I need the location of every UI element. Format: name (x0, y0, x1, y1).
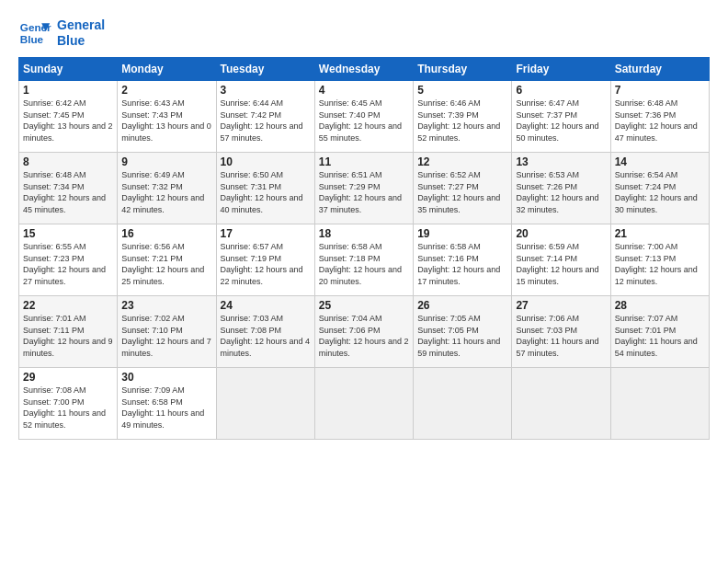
calendar-cell: 24 Sunrise: 7:03 AM Sunset: 7:08 PM Dayl… (216, 296, 314, 368)
day-number: 27 (516, 299, 606, 312)
logo-general: General (57, 17, 105, 32)
cell-info: Sunrise: 6:53 AM Sunset: 7:26 PM Dayligh… (516, 169, 606, 215)
day-number: 21 (615, 227, 705, 240)
calendar-cell: 9 Sunrise: 6:49 AM Sunset: 7:32 PM Dayli… (118, 153, 216, 224)
calendar-week-row: 1 Sunrise: 6:42 AM Sunset: 7:45 PM Dayli… (19, 81, 710, 153)
calendar-cell: 26 Sunrise: 7:05 AM Sunset: 7:05 PM Dayl… (414, 296, 512, 368)
day-number: 25 (319, 299, 409, 312)
calendar-cell: 20 Sunrise: 6:59 AM Sunset: 7:14 PM Dayl… (512, 224, 610, 296)
cell-info: Sunrise: 6:58 AM Sunset: 7:16 PM Dayligh… (417, 241, 507, 287)
cell-info: Sunrise: 6:50 AM Sunset: 7:31 PM Dayligh… (221, 169, 311, 215)
day-number: 2 (121, 84, 211, 97)
cell-info: Sunrise: 6:43 AM Sunset: 7:43 PM Dayligh… (121, 98, 211, 144)
calendar-cell: 6 Sunrise: 6:47 AM Sunset: 7:37 PM Dayli… (512, 81, 610, 153)
day-number: 23 (121, 299, 211, 312)
calendar-cell (216, 368, 314, 440)
cell-info: Sunrise: 6:59 AM Sunset: 7:14 PM Dayligh… (516, 241, 606, 287)
day-number: 14 (615, 155, 705, 168)
calendar-cell (414, 368, 512, 440)
cell-info: Sunrise: 6:56 AM Sunset: 7:21 PM Dayligh… (121, 241, 211, 287)
day-number: 17 (221, 227, 311, 240)
cell-info: Sunrise: 7:04 AM Sunset: 7:06 PM Dayligh… (319, 313, 409, 359)
calendar-header-row: SundayMondayTuesdayWednesdayThursdayFrid… (19, 58, 710, 81)
day-number: 26 (417, 299, 507, 312)
logo: General Blue General Blue (18, 17, 105, 50)
weekday-header: Friday (512, 58, 610, 81)
calendar-cell: 17 Sunrise: 6:57 AM Sunset: 7:19 PM Dayl… (216, 224, 314, 296)
weekday-header: Tuesday (216, 58, 314, 81)
day-number: 3 (221, 84, 311, 97)
cell-info: Sunrise: 7:08 AM Sunset: 7:00 PM Dayligh… (23, 385, 113, 431)
day-number: 24 (221, 299, 311, 312)
calendar-week-row: 8 Sunrise: 6:48 AM Sunset: 7:34 PM Dayli… (19, 153, 710, 224)
calendar: SundayMondayTuesdayWednesdayThursdayFrid… (18, 57, 710, 440)
day-number: 29 (23, 371, 113, 384)
calendar-cell (314, 368, 413, 440)
day-number: 18 (319, 227, 409, 240)
cell-info: Sunrise: 6:47 AM Sunset: 7:37 PM Dayligh… (516, 98, 606, 144)
cell-info: Sunrise: 6:58 AM Sunset: 7:18 PM Dayligh… (319, 241, 409, 287)
cell-info: Sunrise: 7:06 AM Sunset: 7:03 PM Dayligh… (516, 313, 606, 359)
calendar-cell: 25 Sunrise: 7:04 AM Sunset: 7:06 PM Dayl… (314, 296, 413, 368)
calendar-cell: 23 Sunrise: 7:02 AM Sunset: 7:10 PM Dayl… (118, 296, 216, 368)
day-number: 4 (319, 84, 409, 97)
calendar-cell: 30 Sunrise: 7:09 AM Sunset: 6:58 PM Dayl… (118, 368, 216, 440)
day-number: 7 (615, 84, 705, 97)
cell-info: Sunrise: 7:02 AM Sunset: 7:10 PM Dayligh… (121, 313, 211, 359)
calendar-cell: 14 Sunrise: 6:54 AM Sunset: 7:24 PM Dayl… (610, 153, 709, 224)
day-number: 19 (417, 227, 507, 240)
calendar-cell: 27 Sunrise: 7:06 AM Sunset: 7:03 PM Dayl… (512, 296, 610, 368)
day-number: 6 (516, 84, 606, 97)
calendar-cell: 16 Sunrise: 6:56 AM Sunset: 7:21 PM Dayl… (118, 224, 216, 296)
cell-info: Sunrise: 6:44 AM Sunset: 7:42 PM Dayligh… (221, 98, 311, 144)
day-number: 30 (121, 371, 211, 384)
page: General Blue General Blue SundayMondayTu… (0, 0, 728, 563)
cell-info: Sunrise: 6:48 AM Sunset: 7:34 PM Dayligh… (23, 169, 113, 215)
weekday-header: Sunday (19, 58, 118, 81)
day-number: 22 (23, 299, 113, 312)
calendar-cell: 21 Sunrise: 7:00 AM Sunset: 7:13 PM Dayl… (610, 224, 709, 296)
cell-info: Sunrise: 6:49 AM Sunset: 7:32 PM Dayligh… (121, 169, 211, 215)
calendar-cell (512, 368, 610, 440)
cell-info: Sunrise: 6:42 AM Sunset: 7:45 PM Dayligh… (23, 98, 113, 144)
day-number: 8 (23, 155, 113, 168)
calendar-week-row: 15 Sunrise: 6:55 AM Sunset: 7:23 PM Dayl… (19, 224, 710, 296)
cell-info: Sunrise: 6:46 AM Sunset: 7:39 PM Dayligh… (417, 98, 507, 144)
calendar-body: 1 Sunrise: 6:42 AM Sunset: 7:45 PM Dayli… (19, 81, 710, 440)
svg-text:Blue: Blue (20, 33, 44, 45)
day-number: 10 (221, 155, 311, 168)
weekday-header: Thursday (414, 58, 512, 81)
cell-info: Sunrise: 7:00 AM Sunset: 7:13 PM Dayligh… (615, 241, 705, 287)
calendar-cell: 11 Sunrise: 6:51 AM Sunset: 7:29 PM Dayl… (314, 153, 413, 224)
cell-info: Sunrise: 7:09 AM Sunset: 6:58 PM Dayligh… (121, 385, 211, 431)
day-number: 15 (23, 227, 113, 240)
cell-info: Sunrise: 7:07 AM Sunset: 7:01 PM Dayligh… (615, 313, 705, 359)
calendar-cell: 2 Sunrise: 6:43 AM Sunset: 7:43 PM Dayli… (118, 81, 216, 153)
cell-info: Sunrise: 6:54 AM Sunset: 7:24 PM Dayligh… (615, 169, 705, 215)
calendar-cell: 4 Sunrise: 6:45 AM Sunset: 7:40 PM Dayli… (314, 81, 413, 153)
calendar-cell: 22 Sunrise: 7:01 AM Sunset: 7:11 PM Dayl… (19, 296, 118, 368)
logo-icon: General Blue (18, 17, 51, 50)
cell-info: Sunrise: 6:57 AM Sunset: 7:19 PM Dayligh… (221, 241, 311, 287)
day-number: 20 (516, 227, 606, 240)
calendar-cell: 12 Sunrise: 6:52 AM Sunset: 7:27 PM Dayl… (414, 153, 512, 224)
cell-info: Sunrise: 6:45 AM Sunset: 7:40 PM Dayligh… (319, 98, 409, 144)
cell-info: Sunrise: 6:52 AM Sunset: 7:27 PM Dayligh… (417, 169, 507, 215)
day-number: 11 (319, 155, 409, 168)
day-number: 9 (121, 155, 211, 168)
calendar-cell: 19 Sunrise: 6:58 AM Sunset: 7:16 PM Dayl… (414, 224, 512, 296)
calendar-cell: 8 Sunrise: 6:48 AM Sunset: 7:34 PM Dayli… (19, 153, 118, 224)
day-number: 28 (615, 299, 705, 312)
cell-info: Sunrise: 7:03 AM Sunset: 7:08 PM Dayligh… (221, 313, 311, 359)
calendar-cell: 13 Sunrise: 6:53 AM Sunset: 7:26 PM Dayl… (512, 153, 610, 224)
day-number: 5 (417, 84, 507, 97)
calendar-cell: 1 Sunrise: 6:42 AM Sunset: 7:45 PM Dayli… (19, 81, 118, 153)
weekday-header: Saturday (610, 58, 709, 81)
calendar-week-row: 29 Sunrise: 7:08 AM Sunset: 7:00 PM Dayl… (19, 368, 710, 440)
cell-info: Sunrise: 6:55 AM Sunset: 7:23 PM Dayligh… (23, 241, 113, 287)
calendar-cell: 29 Sunrise: 7:08 AM Sunset: 7:00 PM Dayl… (19, 368, 118, 440)
logo-blue: Blue (57, 33, 105, 49)
calendar-cell: 3 Sunrise: 6:44 AM Sunset: 7:42 PM Dayli… (216, 81, 314, 153)
calendar-cell: 18 Sunrise: 6:58 AM Sunset: 7:18 PM Dayl… (314, 224, 413, 296)
calendar-cell: 28 Sunrise: 7:07 AM Sunset: 7:01 PM Dayl… (610, 296, 709, 368)
